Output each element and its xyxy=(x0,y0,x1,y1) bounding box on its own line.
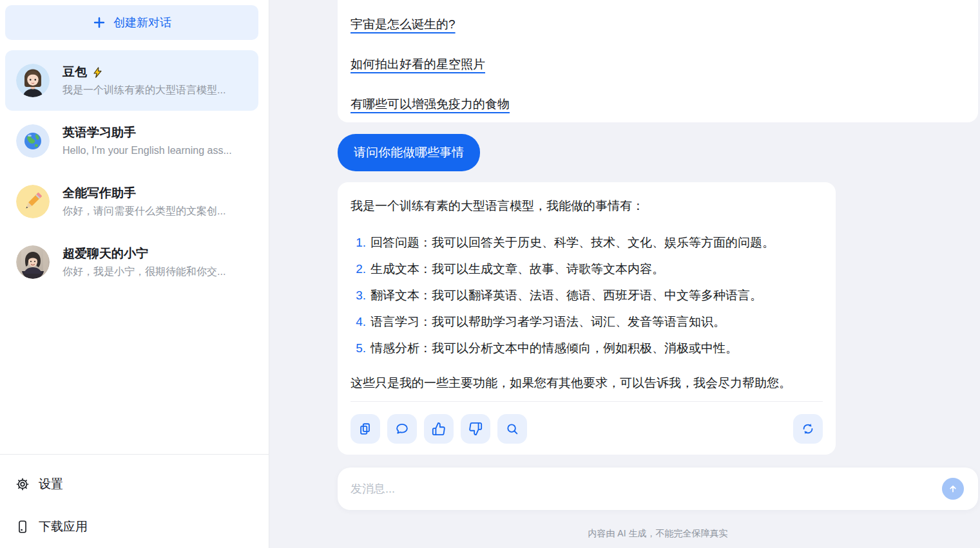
chat-title: 豆包 xyxy=(62,64,87,80)
pencil-avatar xyxy=(16,185,50,218)
comment-icon xyxy=(395,422,409,436)
send-button[interactable] xyxy=(942,478,964,500)
user-message-text: 请问你能做哪些事情 xyxy=(354,144,464,161)
plus-icon xyxy=(92,15,106,30)
chat-title: 英语学习助手 xyxy=(62,125,136,140)
settings-item[interactable]: 设置 xyxy=(0,474,269,495)
chat-preview: 你好，请问需要什么类型的文案创... xyxy=(62,205,226,218)
reply-list: 1. 回答问题：我可以回答关于历史、科学、技术、文化、娱乐等方面的问题。 2. … xyxy=(351,234,823,357)
copy-button[interactable] xyxy=(351,414,380,444)
search-button[interactable] xyxy=(497,414,527,444)
chat-item-xiaoning[interactable]: 超爱聊天的小宁 你好，我是小宁，很期待能和你交... xyxy=(5,232,258,292)
lightning-icon xyxy=(91,66,104,79)
chat-preview: Hello, I'm your English learning ass... xyxy=(62,144,232,157)
thumbs-up-icon xyxy=(432,422,446,436)
message-composer xyxy=(338,468,978,510)
chat-title: 全能写作助手 xyxy=(62,185,136,201)
phone-icon xyxy=(15,520,30,534)
chat-item-writing-assistant[interactable]: 全能写作助手 你好，请问需要什么类型的文案创... xyxy=(5,171,258,232)
chat-preview: 我是一个训练有素的大型语言模型... xyxy=(62,84,226,97)
download-label: 下载应用 xyxy=(39,518,88,535)
reply-list-item: 5. 情感分析：我可以分析文本中的情感倾向，例如积极、消极或中性。 xyxy=(351,340,823,357)
settings-label: 设置 xyxy=(39,476,63,493)
search-icon xyxy=(505,422,519,436)
user-message-bubble: 请问你能做哪些事情 xyxy=(338,134,480,171)
chat-main: 宇宙是怎么诞生的? 如何拍出好看的星空照片 有哪些可以增强免疫力的食物 请问你能… xyxy=(269,0,980,548)
suggestion-link-universe[interactable]: 宇宙是怎么诞生的? xyxy=(351,17,456,32)
reply-divider xyxy=(351,401,823,402)
sidebar-footer: 设置 下载应用 xyxy=(0,454,269,548)
suggestion-link-starry-photos[interactable]: 如何拍出好看的星空照片 xyxy=(351,57,485,72)
suggestion-link-immunity-foods[interactable]: 有哪些可以增强免疫力的食物 xyxy=(351,97,510,112)
chat-preview: 你好，我是小宁，很期待能和你交... xyxy=(62,265,226,278)
reply-actions xyxy=(351,414,823,444)
reply-outro: 这些只是我的一些主要功能，如果您有其他要求，可以告诉我，我会尽力帮助您。 xyxy=(351,375,823,392)
new-chat-label: 创建新对话 xyxy=(113,15,171,30)
new-chat-button[interactable]: 创建新对话 xyxy=(5,5,258,40)
reply-list-item: 4. 语言学习：我可以帮助学习者学习语法、词汇、发音等语言知识。 xyxy=(351,314,823,330)
thumbs-down-icon xyxy=(468,422,483,436)
reply-list-item: 1. 回答问题：我可以回答关于历史、科学、技术、文化、娱乐等方面的问题。 xyxy=(351,234,823,251)
reply-list-item: 2. 生成文本：我可以生成文章、故事、诗歌等文本内容。 xyxy=(351,261,823,278)
woman-photo-avatar xyxy=(16,245,50,279)
thumbs-down-button[interactable] xyxy=(461,414,490,444)
chat-title: 超爱聊天的小宁 xyxy=(62,246,148,261)
copy-icon xyxy=(358,422,372,436)
comment-button[interactable] xyxy=(387,414,417,444)
sidebar: 创建新对话 xyxy=(0,0,269,548)
gear-icon xyxy=(15,477,30,491)
ai-disclaimer: 内容由 AI 生成，不能完全保障真实 xyxy=(338,528,978,540)
refresh-icon xyxy=(801,422,815,436)
chat-item-doubao[interactable]: 豆包 我是一个训练有素的大型语言模型... xyxy=(5,50,258,111)
globe-avatar xyxy=(16,124,50,158)
chat-list: 豆包 我是一个训练有素的大型语言模型... xyxy=(5,50,258,292)
doubao-avatar xyxy=(16,64,50,97)
reply-intro: 我是一个训练有素的大型语言模型，我能做的事情有： xyxy=(351,198,823,214)
message-input[interactable] xyxy=(351,482,942,496)
thumbs-up-button[interactable] xyxy=(424,414,454,444)
regenerate-button[interactable] xyxy=(793,414,823,444)
send-arrow-icon xyxy=(947,483,959,495)
download-app-item[interactable]: 下载应用 xyxy=(0,516,269,537)
chat-item-english-assistant[interactable]: 英语学习助手 Hello, I'm your English learning … xyxy=(5,111,258,171)
suggested-questions-card: 宇宙是怎么诞生的? 如何拍出好看的星空照片 有哪些可以增强免疫力的食物 xyxy=(338,0,978,122)
assistant-reply-card: 我是一个训练有素的大型语言模型，我能做的事情有： 1. 回答问题：我可以回答关于… xyxy=(338,182,836,455)
reply-list-item: 3. 翻译文本：我可以翻译英语、法语、德语、西班牙语、中文等多种语言。 xyxy=(351,287,823,304)
